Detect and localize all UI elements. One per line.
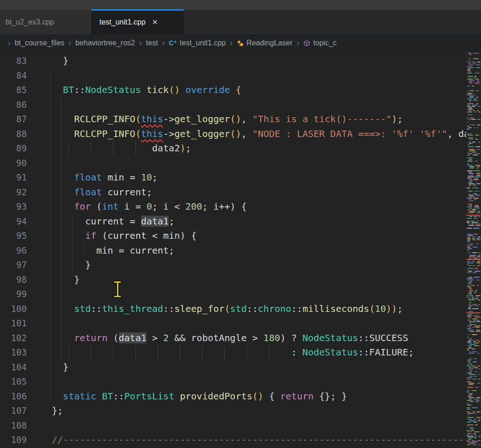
line-number: 103	[0, 345, 27, 360]
code-text: float current;	[27, 185, 152, 200]
class-icon	[237, 40, 244, 47]
code-text: }	[27, 54, 68, 68]
breadcrumb-label: bt_course_files	[15, 39, 65, 47]
line-number: 98	[0, 273, 27, 287]
code-line: 99	[0, 287, 466, 302]
code-text: for (int i = 0; i < 200; i++) {	[27, 199, 247, 214]
breadcrumb-item-topic-c[interactable]: topic_c	[303, 39, 337, 47]
chevron-right-icon: ›	[162, 37, 165, 49]
code-text: return (data1 > 2 && robotAngle > 180) ?…	[27, 331, 408, 346]
chevron-right-icon: ›	[68, 37, 71, 49]
breadcrumb-label: topic_c	[313, 39, 337, 47]
code-text: BT::NodeStatus tick() override {	[27, 83, 241, 98]
tab-bt-u2-ex3[interactable]: bt_u2_ex3.cpp	[0, 10, 91, 34]
breadcrumb-item-behaviortree-ros2[interactable]: behaviortree_ros2	[75, 39, 135, 47]
chevron-right-icon: ›	[230, 37, 233, 49]
breadcrumb-item-test[interactable]: test	[146, 39, 158, 47]
line-number: 104	[0, 360, 27, 375]
line-number: 92	[0, 185, 27, 200]
code-line: 87 RCLCPP_INFO(this->get_logger(), "This…	[0, 112, 466, 127]
cpp-file-icon: C⁺	[169, 39, 177, 47]
line-number: 95	[0, 229, 27, 243]
code-line: 109//-----------------------------------…	[0, 433, 466, 448]
code-line: 86	[0, 98, 466, 112]
breadcrumb-item-test-unit1-cpp[interactable]: C⁺test_unit1.cpp	[169, 39, 226, 47]
word-highlight: data1	[119, 332, 147, 343]
line-number: 87	[0, 112, 27, 127]
tab-label: test_unit1.cpp	[99, 18, 146, 26]
line-number: 107	[0, 404, 27, 418]
code-line: 101	[0, 316, 466, 331]
code-text: }	[27, 273, 80, 287]
code-editor[interactable]: 83 }8485 BT::NodeStatus tick() override …	[0, 52, 466, 448]
code-line: 100 std::this_thread::sleep_for(std::chr…	[0, 302, 466, 317]
code-text: RCLCPP_INFO(this->get_logger(), "This is…	[27, 112, 403, 127]
code-line: 84	[0, 68, 466, 83]
code-text	[27, 98, 52, 112]
chevron-right-icon: ›	[139, 37, 142, 49]
code-line: 108	[0, 418, 466, 433]
line-number: 106	[0, 389, 27, 404]
code-line: 93 for (int i = 0; i < 200; i++) {	[0, 199, 466, 214]
code-line: 97 }	[0, 258, 466, 273]
code-line: 90	[0, 156, 466, 171]
active-tab-indicator	[91, 9, 184, 11]
code-line: 106 static BT::PortsList providedPorts()…	[0, 389, 466, 404]
code-line: 107};	[0, 404, 466, 418]
breadcrumb-label: test_unit1.cpp	[180, 39, 226, 47]
line-number: 88	[0, 127, 27, 142]
code-text	[27, 418, 52, 433]
minimap[interactable]	[466, 52, 481, 448]
tab-bar: bt_u2_ex3.cpp test_unit1.cpp ✕	[0, 10, 481, 34]
tab-test-unit1[interactable]: test_unit1.cpp ✕	[91, 10, 184, 34]
line-number: 83	[0, 54, 27, 68]
code-line: 105	[0, 374, 466, 389]
code-text: RCLCPP_INFO(this->get_logger(), "NODE : …	[27, 127, 466, 142]
chevron-right-icon: ›	[8, 37, 11, 49]
code-lines: 83 }8485 BT::NodeStatus tick() override …	[0, 54, 466, 448]
code-text: }	[27, 258, 91, 273]
code-line: 94 current = data1;	[0, 214, 466, 229]
line-number: 99	[0, 287, 27, 302]
line-number: 109	[0, 433, 27, 448]
code-line: 89 data2);	[0, 141, 466, 156]
line-number: 101	[0, 316, 27, 331]
code-line: 96 min = current;	[0, 243, 466, 258]
line-number: 96	[0, 243, 27, 258]
error-squiggle-token: this	[141, 128, 163, 139]
tab-label: bt_u2_ex3.cpp	[6, 18, 54, 26]
breadcrumb-item-bt-course-files[interactable]: bt_course_files	[15, 39, 65, 47]
line-number: 84	[0, 68, 27, 83]
namespace-icon	[303, 40, 310, 47]
line-number: 100	[0, 302, 27, 317]
code-text: };	[27, 404, 63, 418]
vscode-window: bt_u2_ex3.cpp test_unit1.cpp ✕ ›bt_cours…	[0, 0, 481, 448]
code-text: data2);	[27, 141, 191, 156]
code-text: }	[27, 360, 68, 375]
code-text: current = data1;	[27, 214, 174, 229]
code-line: 92 float current;	[0, 185, 466, 200]
code-text	[27, 68, 52, 83]
close-icon[interactable]: ✕	[152, 18, 158, 26]
chevron-right-icon: ›	[297, 37, 300, 49]
code-line: 88 RCLCPP_INFO(this->get_logger(), "NODE…	[0, 127, 466, 142]
word-highlight: data1	[141, 216, 169, 227]
line-number: 102	[0, 331, 27, 346]
code-text	[27, 316, 52, 331]
line-number: 93	[0, 199, 27, 214]
breadcrumb-item-readinglaser[interactable]: ReadingLaser	[237, 39, 293, 47]
code-line: 83 }	[0, 54, 466, 68]
code-line: 91 float min = 10;	[0, 170, 466, 185]
breadcrumb-label: ReadingLaser	[247, 39, 293, 47]
line-number: 89	[0, 141, 27, 156]
code-text: : NodeStatus::FAILURE;	[27, 345, 414, 360]
line-number: 108	[0, 418, 27, 433]
code-text	[27, 156, 52, 171]
line-number: 105	[0, 374, 27, 389]
code-text: //--------------------------------------…	[27, 433, 466, 448]
code-line: 95 if (current < min) {	[0, 229, 466, 243]
code-text: float min = 10;	[27, 170, 158, 185]
code-line: 103 : NodeStatus::FAILURE;	[0, 345, 466, 360]
code-line: 104 }	[0, 360, 466, 375]
line-number: 85	[0, 83, 27, 98]
